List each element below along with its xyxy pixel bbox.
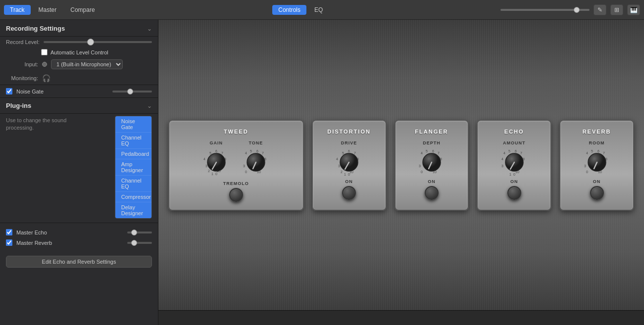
- plugin-item-channel-eq2[interactable]: Channel EQ: [115, 176, 151, 192]
- depth-knob[interactable]: 4 5 6 7 8 9 10 3 0: [417, 147, 446, 177]
- drive-label: DRIVE: [341, 140, 357, 145]
- gain-knob[interactable]: 5 6 7 8 9 10 4 3 2 1 0: [201, 147, 231, 177]
- echo-label: ECHO: [484, 129, 545, 135]
- auto-level-label: Automatic Level Control: [50, 49, 108, 55]
- master-reverb-slider[interactable]: [127, 242, 152, 244]
- reverb-switch[interactable]: [590, 186, 604, 200]
- svg-text:5: 5: [250, 149, 252, 153]
- master-echo-slider[interactable]: [127, 232, 152, 233]
- master-section: Master Echo Master Reverb: [0, 223, 158, 252]
- toolbar-right: ✎ ⊞ 🎹: [500, 4, 640, 15]
- master-echo-checkbox[interactable]: [6, 229, 12, 235]
- svg-text:0: 0: [421, 170, 423, 174]
- reverb-label: REVERB: [566, 129, 627, 135]
- svg-text:1: 1: [509, 173, 511, 176]
- tone-knob[interactable]: 4 5 6 7 8 9 10 3 0: [241, 147, 271, 177]
- monitor-icon: 🎧: [42, 74, 50, 82]
- tab-master[interactable]: Master: [33, 5, 63, 15]
- master-reverb-row: Master Reverb: [0, 237, 158, 248]
- svg-text:3: 3: [243, 164, 245, 168]
- noise-gate-row: Noise Gate: [0, 85, 158, 97]
- tone-knob-group: TONE 4 5 6 7 8 9 10 3 0: [241, 140, 271, 177]
- tab-controls[interactable]: Controls: [272, 5, 306, 15]
- edit-echo-reverb-button[interactable]: Edit Echo and Reverb Settings: [6, 256, 152, 268]
- input-select[interactable]: 1 (Built-in Microphone): [51, 59, 123, 69]
- flanger-label: FLANGER: [401, 129, 462, 135]
- echo-switch[interactable]: [507, 186, 521, 200]
- noise-gate-slider[interactable]: [112, 91, 152, 93]
- svg-text:5: 5: [426, 149, 428, 153]
- flanger-switch[interactable]: [425, 186, 439, 200]
- plugin-item-compressor[interactable]: Compressor: [115, 192, 151, 202]
- amp-section-tweed: TWEED GAIN 5 6 7 8 9: [168, 120, 304, 211]
- tremolo-switch[interactable]: [229, 188, 243, 202]
- svg-text:7: 7: [603, 151, 605, 155]
- noise-gate-checkbox[interactable]: [6, 88, 12, 94]
- room-knob[interactable]: 4 5 6 7 8 9 10 3 0: [582, 147, 612, 177]
- svg-text:1: 1: [344, 173, 346, 176]
- pencil-button[interactable]: ✎: [594, 4, 606, 15]
- svg-text:4: 4: [501, 157, 503, 161]
- plugin-list: Noise Gate Channel EQ Pedalboard Amp Des…: [115, 116, 152, 219]
- recording-settings-title: Recording Settings: [6, 25, 65, 32]
- svg-text:4: 4: [503, 151, 505, 155]
- svg-text:4: 4: [245, 151, 247, 155]
- reverb-on-group: ON: [566, 179, 627, 200]
- tab-eq[interactable]: EQ: [308, 5, 329, 15]
- plugins-title: Plug-ins: [6, 102, 31, 109]
- reverb-on-label: ON: [593, 179, 601, 184]
- svg-text:2: 2: [208, 169, 210, 173]
- recording-settings-chevron: ⌄: [147, 25, 152, 32]
- tweed-knob-row: GAIN 5 6 7 8 9 10 4 3 2: [175, 140, 297, 177]
- auto-level-checkbox[interactable]: [41, 49, 48, 55]
- svg-text:6: 6: [515, 149, 517, 153]
- gain-label: GAIN: [210, 140, 223, 145]
- plugins-header[interactable]: Plug-ins ⌄: [0, 97, 158, 114]
- record-level-row: Record Level:: [0, 37, 158, 47]
- echo-on-group: ON: [484, 179, 545, 200]
- drive-knob[interactable]: 5 6 7 8 9 10 4 3 2 1 0: [334, 147, 364, 177]
- svg-text:7: 7: [354, 151, 356, 155]
- amp-bottom-bar: [158, 310, 644, 325]
- svg-text:1: 1: [211, 172, 213, 176]
- main-layout: Recording Settings ⌄ Record Level: Autom…: [0, 20, 644, 325]
- svg-text:3: 3: [338, 164, 340, 168]
- left-panel: Recording Settings ⌄ Record Level: Autom…: [0, 20, 158, 325]
- amount-knob[interactable]: 4 5 6 7 8 9 10 4 3 1 0: [499, 147, 529, 177]
- right-panel: TWEED GAIN 5 6 7 8 9: [158, 20, 644, 325]
- tab-track[interactable]: Track: [4, 5, 31, 15]
- recording-settings-header[interactable]: Recording Settings ⌄: [0, 20, 158, 37]
- svg-text:7: 7: [221, 151, 223, 155]
- plugin-item-pedalboard[interactable]: Pedalboard: [115, 149, 151, 159]
- piano-button[interactable]: 🎹: [627, 4, 640, 15]
- center-tabs: Controls EQ: [103, 5, 498, 15]
- distortion-on-label: ON: [345, 179, 353, 184]
- svg-text:0: 0: [586, 170, 588, 174]
- amp-container: TWEED GAIN 5 6 7 8 9: [168, 120, 634, 211]
- tab-compare[interactable]: Compare: [64, 5, 100, 15]
- toolbar-slider[interactable]: [500, 9, 590, 11]
- tremolo-switch-group: TREMOLO: [175, 181, 297, 202]
- svg-text:6: 6: [348, 149, 350, 153]
- svg-text:0: 0: [513, 173, 515, 176]
- svg-text:3: 3: [584, 164, 586, 168]
- svg-text:6: 6: [256, 149, 258, 153]
- svg-text:7: 7: [520, 151, 522, 155]
- amp-section-distortion: DISTORTION DRIVE 5 6 7 8 9 10 4 3 2: [312, 120, 387, 211]
- master-reverb-checkbox[interactable]: [6, 239, 12, 246]
- plugin-item-amp-designer[interactable]: Amp Designer: [115, 159, 151, 176]
- svg-text:6: 6: [432, 149, 434, 153]
- plugin-item-noise-gate[interactable]: Noise Gate: [115, 116, 151, 133]
- distortion-switch[interactable]: [342, 186, 356, 200]
- input-icon: [42, 62, 47, 67]
- plugin-item-delay-designer[interactable]: Delay Designer: [115, 202, 151, 218]
- svg-text:2: 2: [341, 170, 343, 174]
- depth-knob-group: DEPTH 4 5 6 7 8 9 10 3 0: [401, 140, 462, 177]
- record-level-slider[interactable]: [44, 41, 152, 43]
- svg-text:4: 4: [421, 151, 423, 155]
- plugins-content: Use to change the sound processing. Nois…: [0, 114, 158, 223]
- svg-text:5: 5: [591, 149, 593, 153]
- plugin-item-channel-eq1[interactable]: Channel EQ: [115, 133, 151, 149]
- grid-button[interactable]: ⊞: [610, 4, 623, 15]
- tone-label: TONE: [248, 140, 263, 145]
